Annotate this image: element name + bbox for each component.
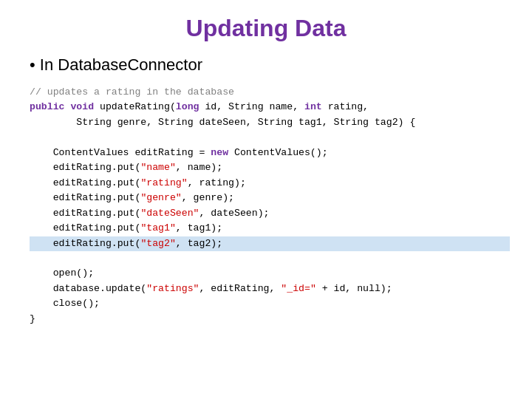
page-title: Updating Data: [22, 15, 510, 42]
code-line-10: open();: [30, 266, 510, 281]
code-line-8: editRating.put("tag1", tag1);: [30, 221, 510, 236]
code-line-9-highlight: editRating.put("tag2", tag2);: [30, 236, 510, 251]
code-blank-2: [30, 251, 510, 266]
code-line-3: ContentValues editRating = new ContentVa…: [30, 146, 510, 160]
code-line-6: editRating.put("genre", genre);: [30, 191, 510, 205]
code-blank-1: [30, 130, 510, 145]
code-line-1: public void updateRating(long id, String…: [30, 100, 510, 115]
code-line-5: editRating.put("rating", rating);: [30, 176, 510, 191]
code-line-4: editRating.put("name", name);: [30, 160, 510, 175]
code-line-13: }: [30, 312, 510, 327]
code-line-2: String genre, String dateSeen, String ta…: [30, 115, 510, 130]
code-line-7: editRating.put("dateSeen", dateSeen);: [30, 206, 510, 221]
code-block: // updates a rating in the databasepubli…: [22, 85, 510, 384]
page: Updating Data • In DatabaseConnector // …: [0, 0, 532, 399]
code-line-11: database.update("ratings", editRating, "…: [30, 282, 510, 296]
bullet-point: • In DatabaseConnector: [30, 55, 510, 75]
code-line-12: close();: [30, 296, 510, 311]
code-line-comment: // updates a rating in the database: [30, 85, 510, 100]
